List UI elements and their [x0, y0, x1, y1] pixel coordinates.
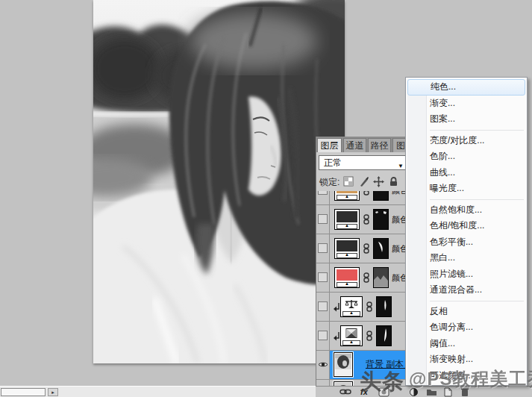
layer-mask-thumbnail[interactable] — [373, 238, 389, 259]
layer-row-partial[interactable] — [316, 380, 406, 386]
fill-layer-thumbnail[interactable] — [334, 209, 360, 230]
layer-row-fill-orange[interactable]: 颜色 — [316, 191, 406, 205]
visibility-checkbox[interactable] — [318, 243, 328, 253]
link-icon — [366, 301, 373, 312]
layers-panel-bottom-bar: fx — [316, 386, 532, 397]
menu-item-channel-mixer[interactable]: 通道混合器... — [406, 282, 527, 298]
layer-name: 颜色 — [392, 243, 406, 254]
layer-name: 背景 副本 2 — [366, 358, 406, 371]
fill-layer-thumbnail[interactable] — [334, 238, 360, 259]
layer-row-fill-dark-2[interactable]: 颜色 — [316, 234, 406, 263]
lock-row: 锁定: — [316, 172, 406, 191]
link-layers-icon[interactable] — [339, 387, 351, 396]
menu-item-pattern[interactable]: 图案... — [406, 111, 527, 128]
menu-item-levels[interactable]: 色阶... — [406, 149, 527, 165]
blend-mode-value: 正常 — [324, 157, 342, 168]
visibility-well[interactable] — [316, 234, 330, 263]
menu-item-selective-color[interactable]: 可选颜色... — [406, 368, 527, 384]
new-group-folder-icon[interactable] — [426, 387, 437, 396]
menu-item-brightness-contrast[interactable]: 亮度/对比度... — [406, 133, 527, 149]
menu-item-posterize[interactable]: 色调分离... — [406, 319, 527, 336]
link-icon — [363, 272, 370, 283]
link-icon — [363, 191, 370, 196]
visibility-well[interactable] — [316, 191, 330, 204]
new-adjustment-layer-icon[interactable] — [409, 387, 419, 397]
layer-name: 颜色 — [392, 272, 406, 284]
image-layer-thumbnail[interactable] — [334, 352, 353, 377]
add-layer-mask-icon[interactable] — [378, 387, 389, 397]
chevron-down-icon: ▼ — [398, 160, 404, 173]
fill-layer-thumbnail[interactable] — [334, 191, 360, 201]
visibility-checkbox[interactable] — [318, 272, 328, 282]
layer-style-fx-icon[interactable]: fx — [360, 387, 368, 397]
menu-item-color-balance[interactable]: 色彩平衡... — [406, 234, 527, 251]
menu-item-threshold[interactable]: 阈值... — [406, 336, 527, 352]
gradient-map-icon — [344, 328, 359, 338]
menu-item-solid-color[interactable]: 纯色... — [407, 79, 525, 96]
clipping-mask-arrow-icon — [332, 302, 340, 312]
menu-item-photo-filter[interactable]: 照片滤镜... — [406, 266, 527, 283]
menu-separator — [406, 197, 527, 202]
layer-list: 颜色 颜色 — [316, 191, 406, 386]
layer-row-fill-dark-1[interactable]: 颜色 — [316, 205, 406, 234]
menu-item-curves[interactable]: 曲线... — [406, 165, 527, 181]
blend-mode-dropdown[interactable]: 正常 ▼ — [319, 155, 407, 170]
lock-transparent-pixels-icon[interactable] — [343, 176, 354, 187]
layer-row-fill-red[interactable]: 颜色 — [316, 263, 406, 293]
menu-item-gradient[interactable]: 渐变... — [406, 96, 527, 112]
layer-mask-thumbnail[interactable] — [373, 191, 389, 201]
layer-mask-thumbnail[interactable] — [376, 325, 392, 346]
document-canvas[interactable] — [93, 0, 345, 363]
tab-layers[interactable]: 图层 — [317, 138, 342, 152]
fill-layer-thumbnail[interactable] — [334, 267, 360, 288]
visibility-well[interactable] — [316, 205, 330, 234]
link-icon — [363, 214, 370, 225]
delete-layer-trash-icon[interactable] — [460, 387, 469, 397]
new-layer-icon[interactable] — [443, 387, 453, 397]
visibility-well[interactable] — [316, 263, 330, 292]
layer-name: 颜色 — [392, 191, 406, 196]
menu-item-gradient-map[interactable]: 渐变映射... — [406, 351, 527, 368]
link-icon — [363, 243, 370, 254]
layer-row-color-balance[interactable] — [316, 293, 406, 322]
visibility-checkbox[interactable] — [318, 191, 328, 195]
link-icon — [366, 331, 373, 341]
adjustment-layer-thumbnail[interactable] — [340, 325, 363, 346]
menu-separator — [406, 298, 527, 304]
menu-item-exposure[interactable]: 曝光度... — [406, 181, 527, 197]
visibility-well[interactable] — [316, 380, 330, 386]
visibility-well[interactable] — [316, 351, 330, 379]
panel-tab-bar: 图层 通道 路径 图层 — [316, 137, 406, 152]
visibility-well[interactable] — [316, 322, 330, 350]
layer-row-gradient-map[interactable] — [316, 322, 406, 351]
clipping-mask-arrow-icon — [332, 331, 340, 341]
layer-row-background-copy-2[interactable]: 背景 副本 2 — [316, 351, 406, 380]
adjustment-layer-thumbnail[interactable] — [340, 296, 363, 317]
new-adjustment-layer-menu: 纯色... 渐变... 图案... 亮度/对比度... 色阶... 曲线... … — [405, 77, 528, 386]
blend-mode-row: 正常 ▼ — [316, 152, 406, 172]
portrait-photo — [93, 0, 345, 363]
layer-mask-thumbnail[interactable] — [373, 209, 389, 230]
lock-image-pixels-icon[interactable] — [358, 176, 369, 187]
menu-separator — [406, 128, 527, 133]
status-options-button[interactable]: ▸ — [48, 388, 58, 396]
visibility-checkbox[interactable] — [318, 301, 328, 311]
tab-channels[interactable]: 通道 — [343, 138, 366, 152]
zoom-level-field[interactable] — [1, 388, 46, 396]
layer-mask-thumbnail[interactable] — [373, 267, 389, 288]
menu-item-invert[interactable]: 反相 — [406, 304, 527, 320]
tab-paths[interactable]: 路径 — [368, 138, 391, 152]
layer-mask-thumbnail[interactable] — [376, 296, 392, 317]
eye-icon[interactable] — [318, 361, 328, 368]
visibility-checkbox[interactable] — [318, 331, 328, 340]
balance-scale-icon — [344, 299, 359, 309]
layer-name: 颜色 — [392, 214, 406, 225]
menu-item-vibrance[interactable]: 自然饱和度... — [406, 202, 527, 219]
menu-item-black-white[interactable]: 黑白... — [406, 250, 527, 266]
lock-all-icon[interactable] — [388, 176, 399, 187]
visibility-checkbox[interactable] — [318, 214, 328, 224]
lock-position-icon[interactable] — [373, 176, 384, 187]
menu-item-hue-saturation[interactable]: 色相/饱和度... — [406, 218, 527, 234]
visibility-well[interactable] — [316, 293, 330, 321]
layers-panel: 图层 通道 路径 图层 正常 ▼ 锁定: — [316, 137, 405, 386]
